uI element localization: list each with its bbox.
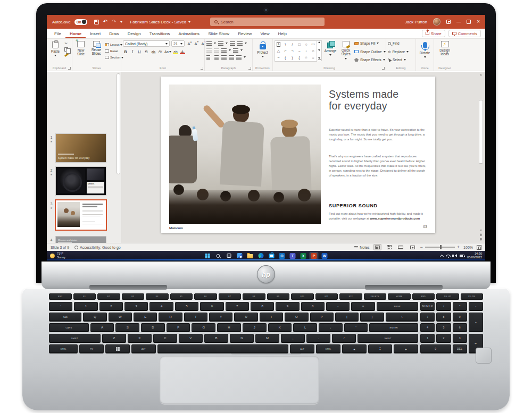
paste-button[interactable]: Paste xyxy=(48,40,62,57)
tab-file[interactable]: File xyxy=(50,29,65,38)
shape-fill-button[interactable]: Shape Fill xyxy=(354,41,386,45)
scrollbar-thumb[interactable] xyxy=(479,100,483,164)
qat-customize-icon[interactable] xyxy=(120,21,122,23)
character-spacing-button[interactable]: AV xyxy=(157,48,163,55)
shape-cell[interactable]: ↓ xyxy=(303,48,310,55)
shape-cell[interactable]: → xyxy=(296,48,303,55)
accessibility-checker[interactable]: Accessibility: Good to go xyxy=(74,246,121,249)
bullets-icon[interactable] xyxy=(206,41,212,46)
autosave-toggle[interactable]: On xyxy=(74,19,87,25)
taskbar-edge[interactable] xyxy=(256,252,265,260)
strikethrough-button[interactable]: S xyxy=(144,48,149,55)
taskbar-excel[interactable]: X xyxy=(299,252,308,260)
tab-home[interactable]: Home xyxy=(65,29,86,38)
shape-cell[interactable]: ( xyxy=(282,54,289,61)
dictate-button[interactable]: Dictate xyxy=(418,40,432,58)
search-bar[interactable]: Search xyxy=(210,18,325,26)
align-center-icon[interactable] xyxy=(214,55,219,60)
shape-cell[interactable]: ▭ xyxy=(310,41,317,48)
tab-review[interactable]: Review xyxy=(234,29,256,38)
redo-icon[interactable]: ↷ xyxy=(112,19,116,24)
close-button[interactable]: × xyxy=(477,19,480,24)
copy-icon[interactable] xyxy=(64,47,69,52)
slide-body-paragraph-2[interactable]: That's why our engineers have crafted a … xyxy=(329,154,427,178)
shape-cell[interactable]: ¬ xyxy=(289,48,296,55)
clock[interactable]: 14:3005/06/2022 xyxy=(467,252,482,260)
align-right-icon[interactable] xyxy=(221,55,227,60)
clipboard-dialog-launcher[interactable] xyxy=(68,67,71,70)
slide-heading[interactable]: SUPERIOR SOUND xyxy=(329,203,427,208)
previous-slide-button[interactable] xyxy=(480,233,482,236)
columns-icon[interactable] xyxy=(221,48,227,53)
tab-transitions[interactable]: Transitions xyxy=(145,29,174,38)
shape-outline-button[interactable]: Shape Outline xyxy=(354,50,386,54)
tab-slide-show[interactable]: Slide Show xyxy=(204,29,234,38)
tab-draw[interactable]: Draw xyxy=(105,29,123,38)
slide-body-paragraph-1[interactable]: Superior sound is more than a nice-to-ha… xyxy=(329,128,427,142)
tab-design[interactable]: Design xyxy=(123,29,145,38)
cut-icon[interactable]: ✂ xyxy=(64,41,69,46)
zoom-out-button[interactable]: − xyxy=(420,245,423,250)
share-button[interactable]: Share xyxy=(422,30,445,37)
bold-button[interactable]: B xyxy=(123,48,128,55)
slide-title[interactable]: Systems made for everyday xyxy=(329,88,427,112)
taskbar-widgets[interactable] xyxy=(235,252,244,260)
undo-icon[interactable]: ↶ xyxy=(103,19,107,24)
slide-sorter-view-button[interactable] xyxy=(385,244,393,250)
format-painter-icon[interactable] xyxy=(64,53,69,57)
highlight-color-button[interactable]: ab xyxy=(173,48,178,55)
quick-styles-button[interactable]: Quick Styles xyxy=(339,40,353,60)
line-spacing-icon[interactable] xyxy=(237,41,243,46)
taskbar-store[interactable] xyxy=(267,252,276,260)
change-case-button[interactable]: Aa xyxy=(164,48,171,55)
scroll-down-icon[interactable] xyxy=(480,230,482,231)
align-left-icon[interactable] xyxy=(206,55,212,60)
tab-view[interactable]: View xyxy=(256,29,273,38)
shape-cell[interactable]: ~ xyxy=(275,54,282,61)
notes-button[interactable]: Notes xyxy=(354,246,369,249)
shape-cell[interactable]: ⌐ xyxy=(282,48,289,55)
slide-thumbnail-1[interactable]: System made for everyday xyxy=(56,134,106,162)
taskbar-word[interactable]: W xyxy=(320,252,329,260)
taskbar-outlook[interactable]: O xyxy=(278,252,287,260)
taskbar-task-view[interactable] xyxy=(225,252,234,260)
shape-effects-button[interactable]: Shape Effects xyxy=(354,58,386,62)
avatar[interactable] xyxy=(433,18,440,26)
decrease-indent-icon[interactable] xyxy=(206,48,212,53)
justify-icon[interactable] xyxy=(229,55,234,60)
tab-animations[interactable]: Animations xyxy=(174,29,204,38)
shape-cell[interactable]: △ xyxy=(275,48,282,55)
zoom-slider[interactable] xyxy=(425,247,455,247)
slide-position[interactable]: Slide 3 of 9 xyxy=(51,246,69,249)
convert-smartart-icon[interactable] xyxy=(236,55,242,60)
shape-cell[interactable]: \ xyxy=(282,41,289,48)
indent-icon[interactable] xyxy=(230,41,235,46)
tab-help[interactable]: Help xyxy=(274,29,291,38)
zoom-in-button[interactable]: + xyxy=(457,245,460,250)
shape-cell[interactable]: / xyxy=(289,41,296,48)
shape-cell[interactable]: ☆ xyxy=(303,54,310,61)
taskbar-powerpoint[interactable]: P xyxy=(310,252,319,260)
slideshow-button[interactable] xyxy=(409,244,417,250)
tab-insert[interactable]: Insert xyxy=(86,29,105,38)
protect-button[interactable]: Protect xyxy=(256,40,270,58)
canvas-scrollbar[interactable] xyxy=(478,72,484,243)
shape-gallery[interactable]: A\/□○▭△⌐¬→↓⌂~(){☆= xyxy=(275,40,317,62)
shape-cell[interactable]: A xyxy=(275,41,282,48)
slide-cta[interactable]: Find out more about how we've miniaturiz… xyxy=(329,212,427,221)
slide-thumbnail-2[interactable]: Details xyxy=(56,167,106,195)
restore-button[interactable] xyxy=(467,20,471,24)
italic-button[interactable]: I xyxy=(130,48,135,55)
numbering-icon[interactable] xyxy=(218,41,223,46)
shape-cell[interactable]: ) xyxy=(289,54,296,61)
next-slide-button[interactable] xyxy=(480,238,482,241)
shape-gallery-scroll[interactable] xyxy=(317,40,322,61)
weather-widget[interactable]: 71°FSunny xyxy=(47,252,65,259)
document-title[interactable]: Fabrikam Sales Deck - Saved xyxy=(130,20,190,24)
font-color-button[interactable]: A xyxy=(180,48,185,55)
shrink-font-button[interactable]: A▼ xyxy=(193,40,198,47)
zoom-slider-thumb[interactable] xyxy=(440,245,442,249)
volume-icon[interactable] xyxy=(453,254,457,257)
paragraph-dialog-launcher[interactable] xyxy=(248,67,251,70)
select-button[interactable]: Select xyxy=(388,58,409,62)
